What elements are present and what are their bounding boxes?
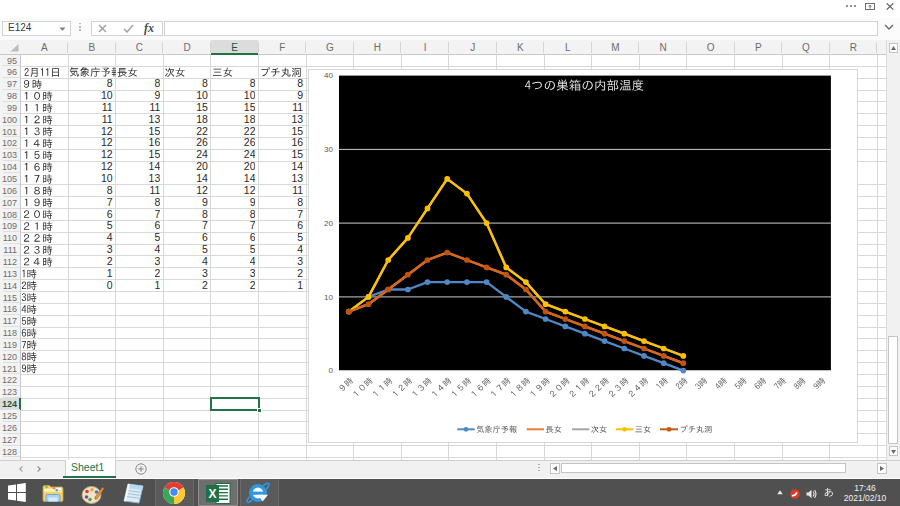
svg-text:40: 40: [324, 71, 333, 80]
svg-text:X: X: [208, 487, 216, 501]
svg-text:30: 30: [324, 145, 333, 154]
svg-text:10: 10: [324, 293, 333, 302]
svg-text:20: 20: [324, 219, 333, 228]
svg-text:0: 0: [329, 366, 334, 375]
